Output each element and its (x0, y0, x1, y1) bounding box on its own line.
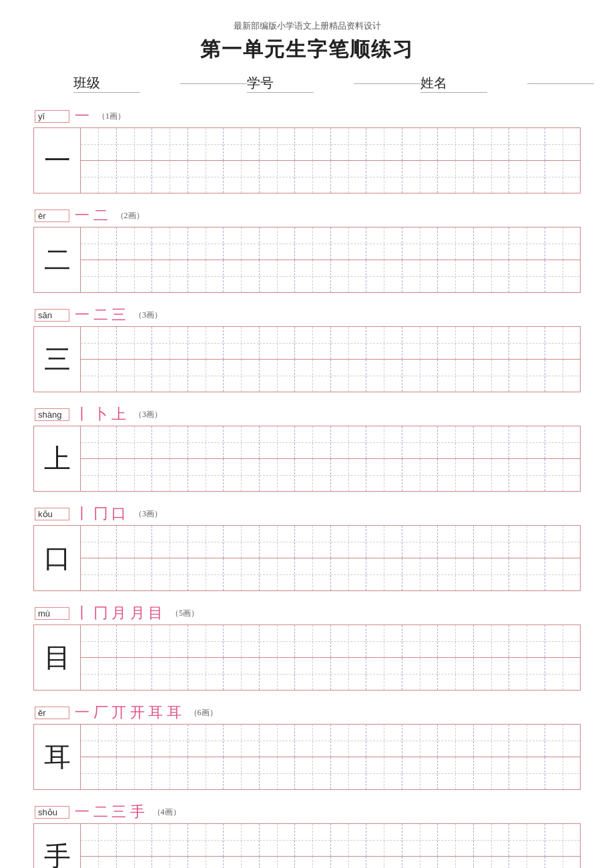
grid-cell[interactable] (402, 658, 438, 690)
grid-cell[interactable] (402, 824, 438, 856)
grid-cell[interactable] (438, 658, 474, 690)
grid-cell[interactable] (224, 757, 260, 789)
grid-cell[interactable] (366, 824, 402, 856)
grid-cell[interactable] (295, 725, 331, 757)
grid-cell[interactable] (474, 360, 510, 392)
grid-cell[interactable] (224, 625, 260, 657)
grid-cell[interactable] (331, 360, 367, 392)
grid-cell[interactable] (474, 228, 510, 260)
grid-cell[interactable] (260, 228, 296, 260)
grid-cell[interactable] (509, 426, 545, 458)
grid-cell[interactable] (366, 260, 402, 292)
grid-cell[interactable] (117, 426, 153, 458)
grid-cell[interactable] (224, 658, 260, 690)
grid-cell[interactable] (152, 161, 188, 193)
grid-cell[interactable] (331, 459, 367, 491)
grid-cell[interactable] (224, 260, 260, 292)
grid-cell[interactable] (509, 360, 545, 392)
grid-cell[interactable] (545, 459, 581, 491)
grid-cell[interactable] (545, 857, 581, 868)
grid-cell[interactable] (474, 658, 510, 690)
grid-cell[interactable] (402, 526, 438, 558)
grid-cell[interactable] (81, 725, 117, 757)
grid-cell[interactable] (117, 658, 153, 690)
grid-cell[interactable] (509, 824, 545, 856)
grid-cell[interactable] (366, 658, 402, 690)
grid-cell[interactable] (402, 260, 438, 292)
grid-cell[interactable] (224, 360, 260, 392)
grid-cell[interactable] (188, 725, 224, 757)
grid-cell[interactable] (224, 426, 260, 458)
grid-cell[interactable] (152, 228, 188, 260)
grid-cell[interactable] (188, 327, 224, 359)
grid-cell[interactable] (188, 161, 224, 193)
grid-cell[interactable] (402, 625, 438, 657)
grid-cell[interactable] (438, 128, 474, 160)
grid-cell[interactable] (260, 824, 296, 856)
grid-cell[interactable] (402, 360, 438, 392)
grid-cell[interactable] (474, 857, 510, 868)
grid-cell[interactable] (474, 757, 510, 789)
grid-cell[interactable] (260, 526, 296, 558)
grid-cell[interactable] (117, 260, 153, 292)
grid-cell[interactable] (438, 857, 474, 868)
grid-cell[interactable] (188, 128, 224, 160)
grid-cell[interactable] (509, 161, 545, 193)
grid-cell[interactable] (188, 558, 224, 590)
grid-cell[interactable] (152, 360, 188, 392)
grid-cell[interactable] (152, 857, 188, 868)
grid-cell[interactable] (438, 161, 474, 193)
grid-cell[interactable] (295, 128, 331, 160)
grid-cell[interactable] (545, 360, 581, 392)
grid-cell[interactable] (152, 327, 188, 359)
grid-cell[interactable] (295, 757, 331, 789)
grid-cell[interactable] (224, 161, 260, 193)
grid-cell[interactable] (509, 327, 545, 359)
grid-cell[interactable] (509, 558, 545, 590)
grid-cell[interactable] (331, 725, 367, 757)
grid-cell[interactable] (295, 260, 331, 292)
grid-cell[interactable] (224, 459, 260, 491)
grid-cell[interactable] (295, 857, 331, 868)
grid-cell[interactable] (509, 625, 545, 657)
grid-cell[interactable] (224, 824, 260, 856)
grid-cell[interactable] (366, 625, 402, 657)
grid-cell[interactable] (152, 526, 188, 558)
grid-cell[interactable] (224, 228, 260, 260)
grid-cell[interactable] (188, 526, 224, 558)
grid-cell[interactable] (509, 725, 545, 757)
grid-cell[interactable] (188, 426, 224, 458)
grid-cell[interactable] (188, 658, 224, 690)
grid-cell[interactable] (81, 558, 117, 590)
grid-cell[interactable] (402, 161, 438, 193)
grid-cell[interactable] (152, 725, 188, 757)
grid-cell[interactable] (81, 260, 117, 292)
grid-cell[interactable] (117, 360, 153, 392)
grid-cell[interactable] (260, 161, 296, 193)
grid-cell[interactable] (331, 625, 367, 657)
grid-cell[interactable] (224, 725, 260, 757)
grid-cell[interactable] (545, 725, 581, 757)
grid-cell[interactable] (152, 426, 188, 458)
grid-cell[interactable] (188, 459, 224, 491)
grid-cell[interactable] (331, 558, 367, 590)
grid-cell[interactable] (81, 824, 117, 856)
grid-cell[interactable] (509, 128, 545, 160)
grid-cell[interactable] (474, 526, 510, 558)
grid-cell[interactable] (152, 658, 188, 690)
grid-cell[interactable] (509, 857, 545, 868)
grid-cell[interactable] (260, 260, 296, 292)
grid-cell[interactable] (545, 526, 581, 558)
grid-cell[interactable] (81, 426, 117, 458)
grid-cell[interactable] (152, 128, 188, 160)
grid-cell[interactable] (117, 725, 153, 757)
grid-cell[interactable] (438, 625, 474, 657)
grid-cell[interactable] (81, 360, 117, 392)
grid-cell[interactable] (474, 824, 510, 856)
grid-cell[interactable] (152, 757, 188, 789)
grid-cell[interactable] (117, 228, 153, 260)
grid-cell[interactable] (545, 260, 581, 292)
grid-cell[interactable] (331, 327, 367, 359)
grid-cell[interactable] (81, 327, 117, 359)
grid-cell[interactable] (438, 725, 474, 757)
